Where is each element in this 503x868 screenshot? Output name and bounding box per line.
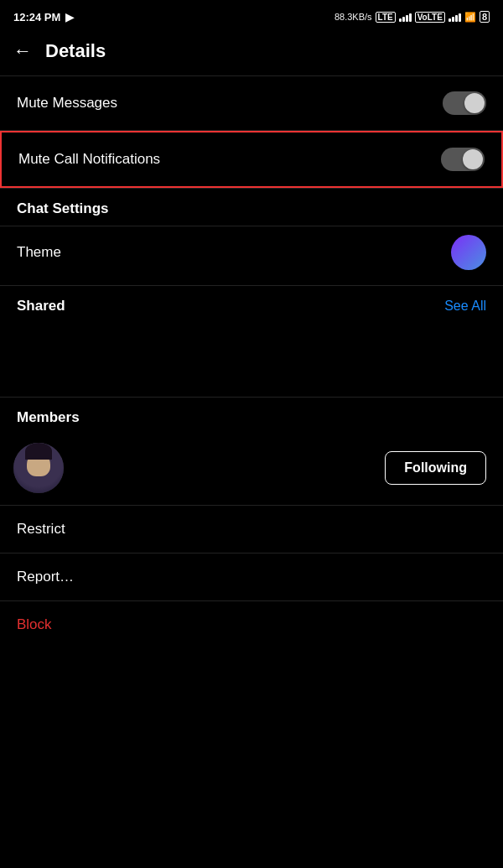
header: ← Details <box>0 30 503 75</box>
report-row[interactable]: Report… <box>0 554 503 600</box>
lte-icon: LTE <box>376 12 396 23</box>
block-row[interactable]: Block <box>0 601 503 648</box>
empty-area <box>0 330 503 397</box>
signal-bars-2 <box>449 12 461 22</box>
chat-settings-title: Chat Settings <box>17 200 109 216</box>
see-all-button[interactable]: See All <box>444 299 486 314</box>
mute-messages-knob <box>464 93 485 113</box>
mute-messages-label: Mute Messages <box>17 95 117 112</box>
mute-call-toggle[interactable] <box>441 148 485 171</box>
network-speed: 88.3KB/s <box>334 12 372 22</box>
mute-call-notifications-row: Mute Call Notifications <box>0 131 503 188</box>
avatar <box>13 443 64 493</box>
wifi-icon: 📶 <box>464 12 476 23</box>
theme-label: Theme <box>17 244 61 261</box>
status-right: 88.3KB/s LTE VoLTE 📶 8 <box>334 11 490 23</box>
navigation-icon: ▶ <box>65 11 74 23</box>
members-title: Members <box>17 409 80 425</box>
avatar-image <box>13 443 64 493</box>
status-bar: 12:24 PM ▶ 88.3KB/s LTE VoLTE 📶 8 <box>0 0 503 30</box>
report-label: Report… <box>17 569 74 585</box>
chat-settings-section: Chat Settings <box>0 189 503 226</box>
mute-messages-toggle[interactable] <box>443 91 486 115</box>
shared-row: Shared See All <box>0 286 503 330</box>
member-row: Following <box>0 434 503 505</box>
mute-call-label: Mute Call Notifications <box>18 151 160 168</box>
volte-icon: VoLTE <box>415 12 445 23</box>
battery-icon: 8 <box>480 11 490 23</box>
status-left: 12:24 PM ▶ <box>13 11 74 23</box>
theme-row[interactable]: Theme <box>0 226 503 285</box>
following-button[interactable]: Following <box>385 451 486 485</box>
restrict-label: Restrict <box>17 521 65 537</box>
back-button[interactable]: ← <box>13 40 32 62</box>
signal-bars-1 <box>399 12 412 22</box>
mute-messages-row: Mute Messages <box>0 76 503 130</box>
mute-call-knob <box>463 149 483 169</box>
restrict-row[interactable]: Restrict <box>0 506 503 553</box>
block-label: Block <box>17 616 52 632</box>
members-section: Members <box>0 398 503 434</box>
theme-color-circle[interactable] <box>451 235 486 270</box>
time: 12:24 PM <box>13 11 60 23</box>
page-title: Details <box>45 40 106 62</box>
shared-label: Shared <box>17 298 65 314</box>
